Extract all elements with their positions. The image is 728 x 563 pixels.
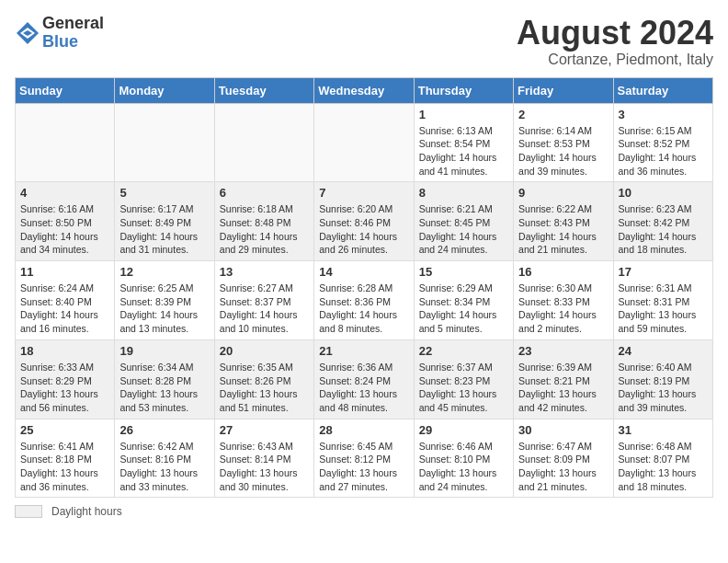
calendar-subtitle: Cortanze, Piedmont, Italy [517,52,713,68]
day-info: Sunrise: 6:16 AM Sunset: 8:50 PM Dayligh… [20,202,109,257]
legend-box [15,505,42,518]
calendar-cell: 10Sunrise: 6:23 AM Sunset: 8:42 PM Dayli… [613,182,712,261]
calendar-title: August 2024 [517,15,713,52]
day-number: 22 [419,344,508,358]
day-number: 10 [619,186,708,200]
day-info: Sunrise: 6:20 AM Sunset: 8:46 PM Dayligh… [319,202,408,257]
day-number: 11 [20,265,109,279]
logo-general-text: General [42,15,104,33]
calendar-cell: 25Sunrise: 6:41 AM Sunset: 8:18 PM Dayli… [16,419,115,498]
day-info: Sunrise: 6:23 AM Sunset: 8:42 PM Dayligh… [619,202,708,257]
day-info: Sunrise: 6:36 AM Sunset: 8:24 PM Dayligh… [319,361,408,415]
day-info: Sunrise: 6:17 AM Sunset: 8:49 PM Dayligh… [119,202,209,257]
calendar-cell: 1Sunrise: 6:13 AM Sunset: 8:54 PM Daylig… [414,103,513,182]
day-number: 24 [619,344,708,358]
calendar-cell: 20Sunrise: 6:35 AM Sunset: 8:26 PM Dayli… [214,339,313,419]
day-info: Sunrise: 6:43 AM Sunset: 8:14 PM Dayligh… [220,440,309,494]
title-block: August 2024 Cortanze, Piedmont, Italy [517,15,713,68]
calendar-cell: 13Sunrise: 6:27 AM Sunset: 8:37 PM Dayli… [214,261,313,340]
day-number: 4 [20,186,109,200]
day-info: Sunrise: 6:39 AM Sunset: 8:21 PM Dayligh… [518,361,608,415]
day-info: Sunrise: 6:40 AM Sunset: 8:19 PM Dayligh… [619,361,708,415]
calendar-cell: 3Sunrise: 6:15 AM Sunset: 8:52 PM Daylig… [613,103,712,182]
col-thursday: Thursday [414,77,513,103]
calendar-cell: 27Sunrise: 6:43 AM Sunset: 8:14 PM Dayli… [214,419,313,498]
day-number: 18 [20,344,109,358]
day-info: Sunrise: 6:47 AM Sunset: 8:09 PM Dayligh… [518,440,608,494]
calendar-cell: 2Sunrise: 6:14 AM Sunset: 8:53 PM Daylig… [514,103,613,182]
calendar-cell: 7Sunrise: 6:20 AM Sunset: 8:46 PM Daylig… [314,182,414,261]
day-number: 19 [119,344,209,358]
logo-blue-text: Blue [42,33,104,52]
day-number: 17 [619,265,708,279]
day-number: 9 [518,186,608,200]
day-number: 28 [319,423,408,437]
calendar-cell: 18Sunrise: 6:33 AM Sunset: 8:29 PM Dayli… [16,339,115,419]
day-number: 27 [220,423,309,437]
day-number: 6 [220,186,309,200]
day-number: 16 [518,265,608,279]
day-number: 20 [220,344,309,358]
day-number: 14 [319,265,408,279]
week-row-5: 25Sunrise: 6:41 AM Sunset: 8:18 PM Dayli… [16,419,713,498]
day-info: Sunrise: 6:24 AM Sunset: 8:40 PM Dayligh… [20,282,109,336]
day-info: Sunrise: 6:27 AM Sunset: 8:37 PM Dayligh… [220,282,309,336]
day-info: Sunrise: 6:45 AM Sunset: 8:12 PM Dayligh… [319,440,408,494]
col-saturday: Saturday [613,77,712,103]
legend-label: Daylight hours [51,505,122,518]
day-info: Sunrise: 6:14 AM Sunset: 8:53 PM Dayligh… [518,124,608,178]
calendar-table: Sunday Monday Tuesday Wednesday Thursday… [15,77,713,499]
day-number: 25 [20,423,109,437]
col-wednesday: Wednesday [314,77,414,103]
week-row-4: 18Sunrise: 6:33 AM Sunset: 8:29 PM Dayli… [16,339,713,419]
day-info: Sunrise: 6:25 AM Sunset: 8:39 PM Dayligh… [119,282,209,336]
day-info: Sunrise: 6:22 AM Sunset: 8:43 PM Dayligh… [518,202,608,257]
day-info: Sunrise: 6:35 AM Sunset: 8:26 PM Dayligh… [220,361,309,415]
day-info: Sunrise: 6:33 AM Sunset: 8:29 PM Dayligh… [20,361,109,415]
day-info: Sunrise: 6:37 AM Sunset: 8:23 PM Dayligh… [419,361,508,415]
calendar-cell: 8Sunrise: 6:21 AM Sunset: 8:45 PM Daylig… [414,182,513,261]
day-number: 8 [419,186,508,200]
page-header: General Blue August 2024 Cortanze, Piedm… [15,15,713,68]
day-number: 13 [220,265,309,279]
calendar-cell: 5Sunrise: 6:17 AM Sunset: 8:49 PM Daylig… [115,182,214,261]
calendar-cell: 19Sunrise: 6:34 AM Sunset: 8:28 PM Dayli… [115,339,214,419]
day-number: 7 [319,186,408,200]
calendar-cell: 16Sunrise: 6:30 AM Sunset: 8:33 PM Dayli… [514,261,613,340]
calendar-cell: 30Sunrise: 6:47 AM Sunset: 8:09 PM Dayli… [514,419,613,498]
day-number: 15 [419,265,508,279]
week-row-3: 11Sunrise: 6:24 AM Sunset: 8:40 PM Dayli… [16,261,713,340]
calendar-cell: 22Sunrise: 6:37 AM Sunset: 8:23 PM Dayli… [414,339,513,419]
logo: General Blue [15,15,104,52]
day-info: Sunrise: 6:28 AM Sunset: 8:36 PM Dayligh… [319,282,408,336]
day-info: Sunrise: 6:34 AM Sunset: 8:28 PM Dayligh… [119,361,209,415]
calendar-cell: 9Sunrise: 6:22 AM Sunset: 8:43 PM Daylig… [514,182,613,261]
week-row-2: 4Sunrise: 6:16 AM Sunset: 8:50 PM Daylig… [16,182,713,261]
day-info: Sunrise: 6:18 AM Sunset: 8:48 PM Dayligh… [220,202,309,257]
col-monday: Monday [115,77,214,103]
col-sunday: Sunday [16,77,115,103]
calendar-cell: 23Sunrise: 6:39 AM Sunset: 8:21 PM Dayli… [514,339,613,419]
day-number: 31 [619,423,708,437]
calendar-cell: 4Sunrise: 6:16 AM Sunset: 8:50 PM Daylig… [16,182,115,261]
day-info: Sunrise: 6:46 AM Sunset: 8:10 PM Dayligh… [419,440,508,494]
day-info: Sunrise: 6:41 AM Sunset: 8:18 PM Dayligh… [20,440,109,494]
day-number: 2 [518,108,608,121]
calendar-cell: 21Sunrise: 6:36 AM Sunset: 8:24 PM Dayli… [314,339,414,419]
day-info: Sunrise: 6:13 AM Sunset: 8:54 PM Dayligh… [419,124,508,178]
day-info: Sunrise: 6:42 AM Sunset: 8:16 PM Dayligh… [119,440,209,494]
col-tuesday: Tuesday [214,77,313,103]
day-number: 5 [119,186,209,200]
calendar-cell: 12Sunrise: 6:25 AM Sunset: 8:39 PM Dayli… [115,261,214,340]
calendar-cell: 11Sunrise: 6:24 AM Sunset: 8:40 PM Dayli… [16,261,115,340]
day-number: 12 [119,265,209,279]
logo-icon [15,20,40,46]
day-info: Sunrise: 6:30 AM Sunset: 8:33 PM Dayligh… [518,282,608,336]
calendar-header: Sunday Monday Tuesday Wednesday Thursday… [16,77,713,103]
day-number: 30 [518,423,608,437]
calendar-cell: 6Sunrise: 6:18 AM Sunset: 8:48 PM Daylig… [214,182,313,261]
calendar-cell: 29Sunrise: 6:46 AM Sunset: 8:10 PM Dayli… [414,419,513,498]
day-number: 26 [119,423,209,437]
header-row: Sunday Monday Tuesday Wednesday Thursday… [16,77,713,103]
calendar-cell [115,103,214,182]
